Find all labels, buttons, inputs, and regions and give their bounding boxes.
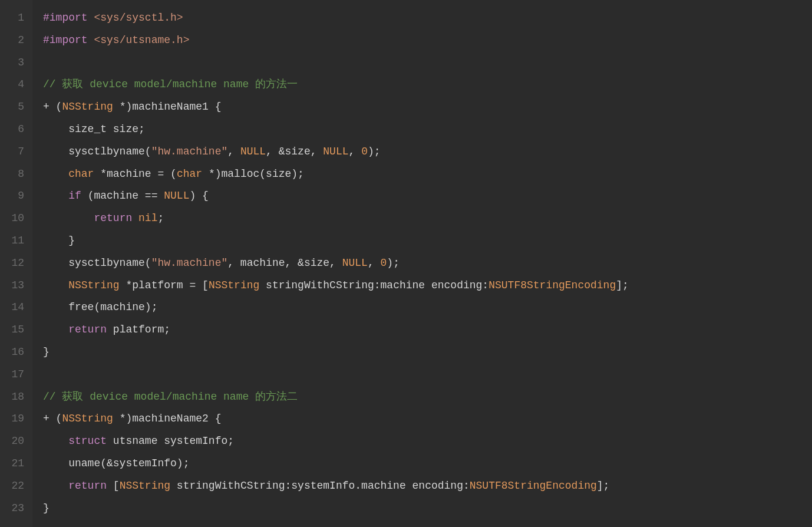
code-token xyxy=(43,212,94,224)
code-token: ]; xyxy=(616,279,629,291)
line-number: 23 xyxy=(0,498,24,520)
code-line[interactable]: NSString *platform = [NSString stringWit… xyxy=(43,275,812,297)
line-number: 17 xyxy=(0,364,24,386)
code-token: *)malloc(size); xyxy=(202,168,304,180)
code-token: NULL xyxy=(164,190,189,202)
code-token: nil xyxy=(138,212,157,224)
code-line[interactable]: uname(&systemInfo); xyxy=(43,453,812,475)
line-number: 10 xyxy=(0,207,24,230)
code-line[interactable]: return nil; xyxy=(43,207,812,230)
code-token: "hw.machine" xyxy=(151,257,228,269)
code-token: 0 xyxy=(381,257,387,269)
code-line[interactable]: if (machine == NULL) { xyxy=(43,185,812,207)
code-token: } xyxy=(43,235,75,246)
code-token: platform; xyxy=(107,324,170,335)
code-line[interactable]: sysctlbyname("hw.machine", machine, &siz… xyxy=(43,252,812,275)
code-token: (machine == xyxy=(81,190,164,202)
code-token: NSUTF8StringEncoding xyxy=(470,480,597,492)
code-token: char xyxy=(177,168,202,180)
code-area[interactable]: #import <sys/sysctl.h>#import <sys/utsna… xyxy=(32,0,812,527)
code-line[interactable] xyxy=(43,52,812,74)
code-line[interactable]: + (NSString *)machineName2 { xyxy=(43,408,812,430)
code-token: NSString xyxy=(68,279,119,291)
code-line[interactable]: + (NSString *)machineName1 { xyxy=(43,96,812,118)
code-token: [ xyxy=(107,480,120,492)
line-number: 11 xyxy=(0,230,24,252)
code-line[interactable]: sysctlbyname("hw.machine", NULL, &size, … xyxy=(43,141,812,163)
code-token: ; xyxy=(157,212,164,224)
code-line[interactable]: #import <sys/utsname.h> xyxy=(43,29,812,52)
code-token xyxy=(43,168,68,180)
code-token xyxy=(88,12,94,24)
code-token: , xyxy=(349,146,362,157)
code-token: utsname systemInfo; xyxy=(107,435,234,447)
code-token: stringWithCString:machine encoding: xyxy=(259,279,488,291)
line-number: 18 xyxy=(0,386,24,409)
code-line[interactable]: // 获取 device model/machine name 的方法一 xyxy=(43,74,812,96)
code-token: uname(&systemInfo); xyxy=(43,457,189,469)
code-token: NULL xyxy=(240,146,266,157)
code-line[interactable]: struct utsname systemInfo; xyxy=(43,430,812,453)
code-token: "hw.machine" xyxy=(151,146,228,157)
code-token xyxy=(43,279,68,291)
code-token: #import xyxy=(43,34,88,46)
line-number: 7 xyxy=(0,141,24,163)
line-number: 14 xyxy=(0,297,24,319)
code-token: <sys/sysctl.h> xyxy=(94,12,183,24)
code-line[interactable]: size_t size; xyxy=(43,118,812,141)
code-token: } xyxy=(43,502,49,514)
code-token: ); xyxy=(387,257,400,269)
code-token: NULL xyxy=(342,257,368,269)
code-line[interactable] xyxy=(43,364,812,386)
code-token: if xyxy=(68,190,81,202)
code-token: , &size, xyxy=(266,146,323,157)
line-number: 12 xyxy=(0,252,24,275)
code-token: NSString xyxy=(209,279,259,291)
line-number: 5 xyxy=(0,96,24,118)
code-token: 0 xyxy=(361,146,368,157)
line-number: 21 xyxy=(0,453,24,475)
code-line[interactable]: } xyxy=(43,341,812,364)
line-number: 3 xyxy=(0,52,24,74)
code-token: <sys/utsname.h> xyxy=(94,34,189,46)
code-line[interactable]: return platform; xyxy=(43,319,812,341)
code-token: NSString xyxy=(62,413,113,424)
code-line[interactable]: } xyxy=(43,498,812,520)
line-number: 8 xyxy=(0,163,24,186)
code-line[interactable]: } xyxy=(43,230,812,252)
code-token: struct xyxy=(68,435,107,447)
code-token: sysctlbyname( xyxy=(43,146,151,157)
code-line[interactable]: #import <sys/sysctl.h> xyxy=(43,7,812,29)
code-line[interactable]: char *machine = (char *)malloc(size); xyxy=(43,163,812,186)
code-token: ); xyxy=(368,146,381,157)
code-token xyxy=(43,190,68,202)
code-token: size_t size; xyxy=(43,123,145,135)
code-line[interactable]: // 获取 device model/machine name 的方法二 xyxy=(43,386,812,409)
line-number: 20 xyxy=(0,430,24,453)
code-token: // 获取 device model/machine name 的方法二 xyxy=(43,391,298,403)
code-line[interactable]: return [NSString stringWithCString:syste… xyxy=(43,475,812,498)
code-token: ]; xyxy=(597,480,610,492)
code-token: , xyxy=(368,257,381,269)
code-token: NULL xyxy=(323,146,348,157)
line-number: 22 xyxy=(0,475,24,498)
code-token: stringWithCString:systemInfo.machine enc… xyxy=(170,480,470,492)
code-token: + ( xyxy=(43,101,62,113)
code-line[interactable]: free(machine); xyxy=(43,297,812,319)
line-number: 6 xyxy=(0,118,24,141)
line-number: 13 xyxy=(0,275,24,297)
code-token: // 获取 device model/machine name 的方法一 xyxy=(43,78,298,90)
code-token: *)machineName2 { xyxy=(113,413,222,424)
line-number-gutter: 1234567891011121314151617181920212223 xyxy=(0,0,32,527)
code-token: #import xyxy=(43,12,88,24)
code-token: ) { xyxy=(189,190,208,202)
line-number: 4 xyxy=(0,74,24,96)
code-token: } xyxy=(43,346,49,358)
code-token: , machine, &size, xyxy=(227,257,342,269)
code-token xyxy=(43,435,68,447)
line-number: 1 xyxy=(0,7,24,29)
code-token xyxy=(132,212,138,224)
code-token: return xyxy=(68,480,107,492)
code-token: *)machineName1 { xyxy=(113,101,222,113)
code-token: NSString xyxy=(120,480,170,492)
